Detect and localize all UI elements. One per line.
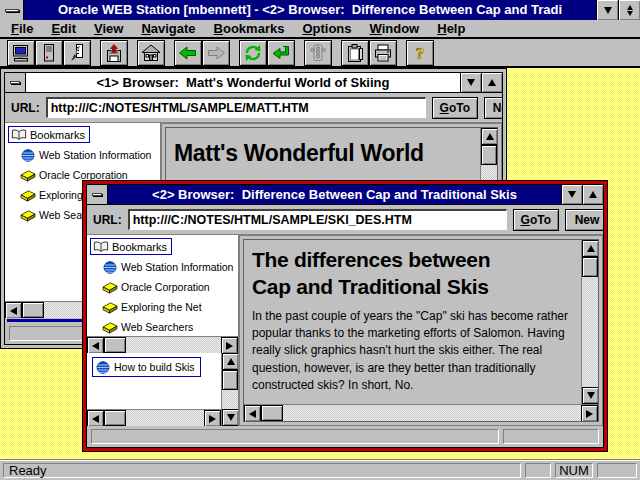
scroll-thumb[interactable] [481,145,497,165]
scroll-right-button[interactable] [204,410,221,426]
oracle-web-station-app: Oracle WEB Station [mbennett] - <2> Brow… [0,0,640,480]
scroll-thumb[interactable] [261,405,283,421]
reload-icon [243,44,263,62]
globe-icon [102,261,118,274]
toolbar-save-upload-button[interactable] [100,40,128,66]
scroll-left-button[interactable] [87,410,104,426]
window2-bookmarks-header[interactable]: Bookmarks [90,238,172,255]
window1-minimize-button[interactable] [460,73,481,92]
bookmark-item-exploring-the-net[interactable]: Exploring the Net [90,297,238,317]
scroll-thumb[interactable] [104,410,126,426]
window2-bookmarks-panel: Bookmarks Web Station InformationOracle … [87,235,238,336]
system-menu-icon [5,9,19,12]
window1-bookmarks-header[interactable]: Bookmarks [8,126,90,143]
scroll-thumb[interactable] [104,337,126,353]
app-minimize-button[interactable] [596,0,618,20]
heading-line-1: The differences between [252,246,573,273]
window2-maximize-button[interactable] [582,185,603,204]
toolbar-computer-button[interactable] [7,40,35,66]
scroll-left-button[interactable] [244,405,261,422]
scroll-track[interactable] [582,277,598,387]
toolbar-back-button[interactable] [174,40,202,66]
bookmarks-header-label: Bookmarks [112,241,167,253]
menu-edit[interactable]: Edit [42,21,85,36]
bookmark-item-web-station-information[interactable]: Web Station Information [90,257,238,277]
window1-goto-button[interactable]: GoTo [432,97,478,119]
book-icon [20,189,36,202]
scroll-left-button[interactable] [5,302,22,318]
return-icon [271,44,291,62]
window1-system-menu-button[interactable] [5,73,26,92]
window1-titlebar[interactable]: <1> Browser: Matt's Wonderful World of S… [5,73,502,93]
window2-minimize-button[interactable] [561,185,582,204]
system-menu-icon [92,193,102,196]
scroll-thumb[interactable] [22,302,44,318]
window2-history-hscrollbar[interactable] [87,409,221,426]
scroll-thumb[interactable] [222,370,238,390]
status-cell-empty-1 [525,463,551,478]
browser-window-2[interactable]: <2> Browser: Difference Between Cap and … [82,180,608,452]
scroll-right-button[interactable] [221,337,238,354]
window1-url-input[interactable] [48,101,425,115]
menu-help[interactable]: Help [428,21,474,36]
window2-page-vscrollbar[interactable] [581,240,598,404]
menu-bookmarks[interactable]: Bookmarks [205,21,294,36]
toolbar-help-button[interactable]: ? [406,40,434,66]
scroll-down-button[interactable] [222,409,238,426]
window2-titlebar[interactable]: <2> Browser: Difference Between Cap and … [87,185,603,205]
menu-options[interactable]: Options [293,21,360,36]
bookmark-item-web-station-information[interactable]: Web Station Information [8,145,160,165]
scroll-left-button[interactable] [87,337,104,354]
scroll-track[interactable] [126,410,204,426]
menu-navigate[interactable]: Navigate [132,21,204,36]
toolbar-home-button[interactable] [137,40,165,66]
toolbar-clipboard-button[interactable] [341,40,369,66]
menu-view[interactable]: View [85,21,132,36]
window2-new-button[interactable]: New [565,209,603,231]
window1-new-button[interactable]: New [484,97,502,119]
book-icon [20,169,36,182]
app-titlebar[interactable]: Oracle WEB Station [mbennett] - <2> Brow… [0,0,640,20]
w2-history-list: How to build Skis [90,357,221,377]
scroll-right-button[interactable] [581,405,598,422]
window1-title: <1> Browser: Matt's Wonderful World of S… [26,73,460,92]
scroll-down-button[interactable] [582,387,598,404]
window2-url-input[interactable] [130,213,506,227]
window2-page-paragraph: In the past couple of years the "Cap" sk… [252,308,573,395]
toolbar-print-button[interactable] [369,40,397,66]
scroll-track[interactable] [126,337,221,353]
toolbar-ruler-button[interactable] [63,40,91,66]
scroll-track[interactable] [283,405,581,421]
window2-goto-button[interactable]: GoTo [513,209,559,231]
app-restore-button[interactable] [618,0,640,20]
book-icon [20,209,36,222]
window2-system-menu-button[interactable] [87,185,108,204]
minimize-icon [467,79,475,86]
menu-window[interactable]: Window [361,21,429,36]
bookmark-item-oracle-corporation[interactable]: Oracle Corporation [90,277,238,297]
svg-text:?: ? [416,44,425,62]
window2-sidebar-hscrollbar[interactable] [87,336,238,353]
toolbar-reload-button[interactable] [239,40,267,66]
window2-page-content: The differences between Cap and Traditio… [244,240,581,404]
scroll-up-button[interactable] [582,240,598,257]
app-statusbar: Ready NUM [0,459,640,480]
window2-statusbar [87,426,603,447]
bookmark-label: Web Searchers [121,321,193,333]
scroll-thumb[interactable] [582,257,598,277]
toolbar-server-button[interactable] [35,40,63,66]
window2-page-hscrollbar[interactable] [244,404,598,421]
toolbar-stop-light-button[interactable] [304,40,332,66]
open-book-icon [93,240,109,253]
window1-maximize-button[interactable] [481,73,502,92]
scroll-up-button[interactable] [222,353,238,370]
bookmark-item-how-to-build-skis[interactable]: How to build Skis [92,357,201,377]
toolbar-forward-button[interactable] [202,40,230,66]
bookmark-item-web-searchers[interactable]: Web Searchers [90,317,238,336]
menu-file[interactable]: File [2,21,42,36]
window2-history-vscrollbar[interactable] [221,353,238,426]
scroll-up-button[interactable] [481,128,498,145]
scroll-track[interactable] [222,390,238,409]
toolbar-return-button[interactable] [267,40,295,66]
app-system-menu-button[interactable] [0,0,24,20]
